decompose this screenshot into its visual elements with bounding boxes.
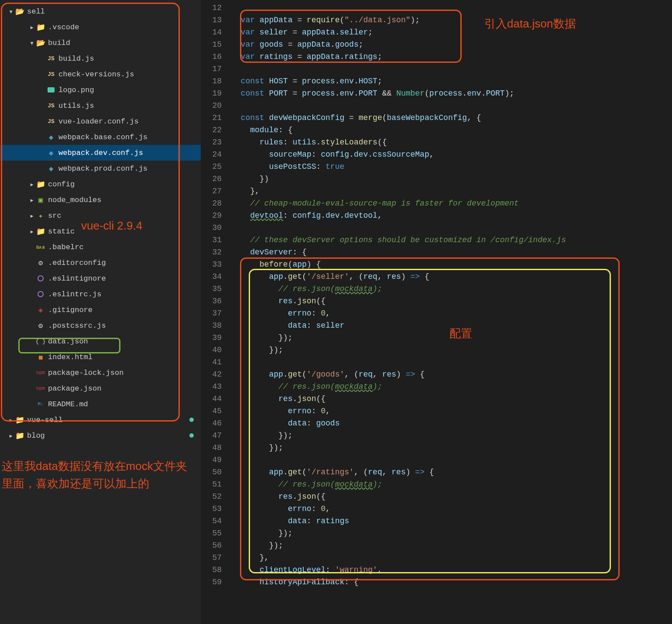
tree-item[interactable]: .eslintignore (0, 271, 201, 286)
code-line[interactable]: errno: 0, (231, 307, 566, 319)
tree-item[interactable]: ◈.gitignore (0, 302, 201, 318)
tree-item-label: .vscode (48, 23, 79, 31)
code-line[interactable]: const PORT = process.env.PORT && Number(… (231, 87, 566, 99)
tree-item[interactable]: ◆webpack.base.conf.js (0, 129, 201, 145)
tree-item-label: node_modules (48, 196, 101, 204)
code-line[interactable] (231, 2, 566, 14)
code-line[interactable]: app.get('/goods', (req, res) => { (231, 368, 566, 381)
chevron-icon: ▸ (28, 23, 36, 32)
tree-item[interactable]: ▸📁.vscode (0, 19, 201, 35)
code-line[interactable]: historyApiFallback: { (231, 576, 566, 588)
tree-item[interactable]: ▸📁config (0, 176, 201, 192)
line-number: 55 (201, 527, 222, 539)
code-line[interactable]: clientLogLevel: 'warning', (231, 564, 566, 576)
code-line[interactable]: data: goods (231, 417, 566, 429)
code-line[interactable] (231, 99, 566, 112)
code-line[interactable]: before(app) { (231, 258, 566, 271)
code-line[interactable]: // res.json(mockdata); (231, 283, 566, 295)
code-line[interactable]: }); (231, 429, 566, 442)
line-number: 21 (201, 112, 222, 124)
code-line[interactable]: res.json({ (231, 393, 566, 405)
tree-item[interactable]: Bᴀʙ.babelrc (0, 239, 201, 255)
line-number: 20 (201, 99, 222, 112)
line-number: 45 (201, 405, 222, 417)
tree-item[interactable]: ⚙.postcssrc.js (0, 318, 201, 333)
code-line[interactable]: data: ratings (231, 515, 566, 527)
line-number: 15 (201, 38, 222, 51)
tree-item[interactable]: ◆webpack.dev.conf.js (0, 145, 201, 161)
tree-item[interactable]: JSbuild.js (0, 51, 201, 66)
gear-icon: ⚙ (36, 321, 45, 330)
line-number: 34 (201, 271, 222, 283)
code-line[interactable] (231, 356, 566, 368)
line-number: 19 (201, 87, 222, 99)
code-line[interactable]: }); (231, 539, 566, 552)
code-line[interactable]: module: { (231, 124, 566, 136)
code-line[interactable]: // these devServer options should be cus… (231, 234, 566, 246)
tree-item-label: .gitignore (48, 306, 93, 314)
tree-item-label: index.html (48, 353, 93, 361)
code-line[interactable]: usePostCSS: true (231, 161, 566, 173)
line-number: 26 (201, 173, 222, 185)
tree-item[interactable]: JSutils.js (0, 98, 201, 113)
tree-item[interactable]: ◼index.html (0, 349, 201, 365)
chevron-right-icon: ▸ (7, 431, 15, 440)
code-line[interactable]: }); (231, 344, 566, 356)
code-line[interactable]: res.json({ (231, 490, 566, 503)
tree-folder-sibling[interactable]: ▸📁vue-sell (0, 412, 201, 428)
code-line[interactable]: sourceMap: config.dev.cssSourceMap, (231, 148, 566, 161)
tree-folder-root[interactable]: ▾📂sell (0, 3, 201, 19)
line-number: 54 (201, 515, 222, 527)
code-line[interactable]: var goods = appData.goods; (231, 38, 566, 51)
tree-item[interactable]: npmpackage-lock.json (0, 365, 201, 381)
code-line[interactable]: // cheap-module-eval-source-map is faste… (231, 197, 566, 209)
code-line[interactable]: app.get('/seller', (req, res) => { (231, 271, 566, 283)
code-line[interactable]: }, (231, 552, 566, 564)
code-line[interactable]: data: seller (231, 319, 566, 332)
modified-dot-icon (189, 418, 194, 422)
code-line[interactable]: rules: utils.styleLoaders({ (231, 136, 566, 148)
code-line[interactable]: const devWebpackConfig = merge(baseWebpa… (231, 112, 566, 124)
tree-item[interactable]: ◆webpack.prod.conf.js (0, 161, 201, 176)
tree-item[interactable]: npmpackage.json (0, 381, 201, 396)
code-line[interactable]: // res.json(mockdata); (231, 478, 566, 490)
tree-item[interactable]: M↓README.md (0, 396, 201, 412)
code-line[interactable]: app.get('/ratings', (req, res) => { (231, 466, 566, 478)
code-line[interactable]: }) (231, 173, 566, 185)
code-line[interactable]: const HOST = process.env.HOST; (231, 75, 566, 87)
tree-item[interactable]: JSvue-loader.conf.js (0, 113, 201, 129)
tree-item-label: build.js (58, 55, 94, 63)
webpack-icon: ◆ (46, 164, 56, 173)
folder-icon: 📁 (36, 227, 45, 236)
code-line[interactable]: devServer: { (231, 246, 566, 258)
code-line[interactable]: }); (231, 527, 566, 539)
tree-item[interactable]: ▸▣node_modules (0, 192, 201, 208)
tree-item-label: check-versions.js (58, 70, 134, 79)
code-line[interactable] (231, 454, 566, 466)
code-line[interactable]: res.json({ (231, 295, 566, 307)
code-line[interactable]: }); (231, 442, 566, 454)
code-line[interactable]: var ratings = appData.ratings; (231, 51, 566, 63)
code-line[interactable]: // res.json(mockdata); (231, 381, 566, 393)
code-line[interactable]: }, (231, 185, 566, 197)
code-line[interactable]: devtool: config.dev.devtool, (231, 209, 566, 222)
tree-item[interactable]: logo.png (0, 82, 201, 98)
line-number: 30 (201, 222, 222, 234)
line-number: 13 (201, 14, 222, 26)
tree-item[interactable]: ⚙.editorconfig (0, 255, 201, 271)
line-number: 57 (201, 552, 222, 564)
code-content[interactable]: var appData = require("../data.json"); v… (231, 0, 566, 624)
code-line[interactable]: }); (231, 332, 566, 344)
code-line[interactable]: errno: 0, (231, 405, 566, 417)
line-number: 44 (201, 393, 222, 405)
code-line[interactable]: errno: 0, (231, 503, 566, 515)
code-line[interactable] (231, 222, 566, 234)
tree-item[interactable]: JScheck-versions.js (0, 66, 201, 82)
code-editor[interactable]: 1213141516171819202122232425262728293031… (201, 0, 672, 624)
tree-item[interactable]: ▾📂build (0, 35, 201, 51)
tree-item[interactable]: .eslintrc.js (0, 286, 201, 302)
line-number: 16 (201, 51, 222, 63)
tree-folder-sibling[interactable]: ▸📁blog (0, 428, 201, 443)
code-line[interactable] (231, 63, 566, 75)
tree-item[interactable]: { }data.json (0, 333, 201, 349)
